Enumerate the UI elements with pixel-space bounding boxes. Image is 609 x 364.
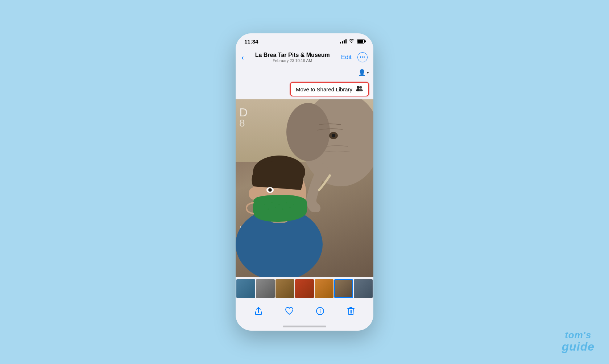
svg-point-26 xyxy=(319,309,320,310)
nav-actions: Edit ••• xyxy=(341,52,368,62)
svg-point-16 xyxy=(271,202,273,203)
wifi-icon xyxy=(349,38,355,44)
status-bar: 11:34 xyxy=(236,33,373,49)
svg-point-18 xyxy=(286,202,287,203)
svg-point-3 xyxy=(359,89,363,91)
edit-button[interactable]: Edit xyxy=(341,54,352,61)
shared-library-banner: Move to Shared Library xyxy=(236,80,373,99)
home-indicator xyxy=(236,322,373,331)
photo-canvas: D 8 ION xyxy=(236,99,373,277)
nav-title-group: La Brea Tar Pits & Museum February 23 10… xyxy=(255,52,330,63)
svg-point-20 xyxy=(268,208,269,210)
status-time: 11:34 xyxy=(244,38,258,45)
thumbnail-7[interactable] xyxy=(354,279,373,298)
action-bar xyxy=(236,300,373,322)
back-button[interactable]: ‹ xyxy=(241,53,244,62)
person-icon: 👤 xyxy=(358,69,366,76)
thumbnail-5[interactable] xyxy=(315,279,334,298)
svg-point-0 xyxy=(357,86,360,89)
shared-people-icon xyxy=(355,86,363,93)
main-photo: D 8 ION xyxy=(236,99,373,277)
wall-sign-8: 8 xyxy=(239,117,245,129)
thumbnail-6-active[interactable] xyxy=(334,279,353,298)
toms-guide-watermark: tom's guide xyxy=(562,330,594,353)
phone-frame: 11:34 xyxy=(236,33,373,331)
thumbnail-1[interactable] xyxy=(236,279,255,298)
battery-icon xyxy=(357,39,365,44)
svg-point-21 xyxy=(275,207,276,208)
back-chevron-icon: ‹ xyxy=(241,53,244,62)
svg-point-24 xyxy=(249,188,257,199)
move-to-shared-library-button[interactable]: Move to Shared Library xyxy=(290,82,369,96)
svg-point-7 xyxy=(332,134,335,137)
info-button[interactable] xyxy=(312,303,328,319)
nav-subtitle: February 23 10:19 AM xyxy=(273,58,312,63)
svg-point-19 xyxy=(293,204,294,205)
svg-point-23 xyxy=(289,207,291,208)
person-svg xyxy=(236,143,330,277)
dropdown-chevron-icon: ▾ xyxy=(367,70,369,75)
person-dropdown[interactable]: 👤 ▾ xyxy=(358,69,369,76)
thumbnail-strip xyxy=(236,277,373,300)
svg-point-22 xyxy=(282,208,283,210)
thumb-scroll xyxy=(236,279,373,298)
delete-button[interactable] xyxy=(343,303,359,319)
thumbnail-4[interactable] xyxy=(295,279,314,298)
svg-point-15 xyxy=(264,204,265,205)
page-background: tom's guide 11:34 xyxy=(0,0,609,364)
nav-bar: ‹ La Brea Tar Pits & Museum February 23 … xyxy=(236,49,373,65)
status-icons xyxy=(340,38,365,44)
more-dots-icon: ••• xyxy=(360,55,365,60)
svg-point-17 xyxy=(278,204,280,205)
share-button[interactable] xyxy=(250,303,266,319)
more-button[interactable]: ••• xyxy=(357,52,368,62)
svg-point-2 xyxy=(360,86,362,89)
signal-bars-icon xyxy=(340,39,347,44)
home-bar xyxy=(283,326,326,327)
svg-point-14 xyxy=(269,189,271,191)
wall-sign-d: D xyxy=(239,107,248,118)
thumbnail-3[interactable] xyxy=(276,279,294,298)
thumbnail-2[interactable] xyxy=(256,279,275,298)
shared-library-button-label: Move to Shared Library xyxy=(296,86,352,92)
photo-toolbar: 👤 ▾ xyxy=(236,65,373,80)
favorite-button[interactable] xyxy=(281,303,297,319)
nav-title: La Brea Tar Pits & Museum xyxy=(255,52,330,58)
